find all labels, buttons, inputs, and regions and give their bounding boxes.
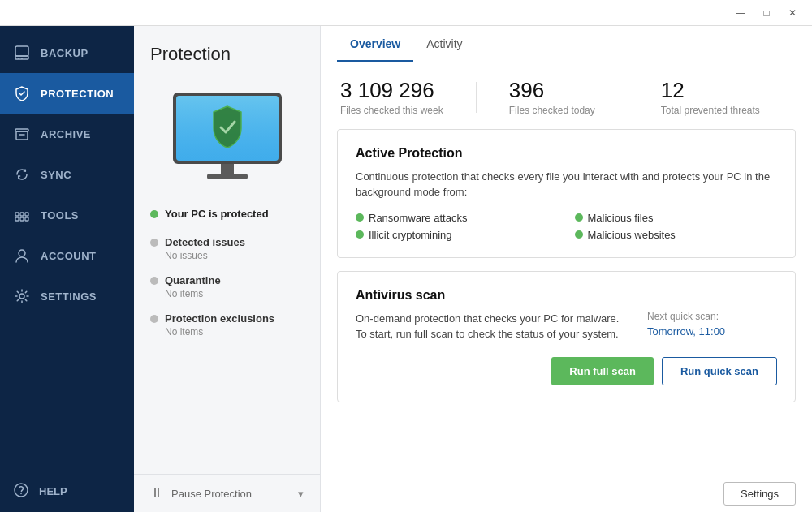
feature-dot-1	[356, 213, 364, 222]
sidebar-nav: BACKUP PROTECTION	[0, 26, 134, 471]
svg-rect-11	[20, 217, 24, 221]
bottom-bar: Settings	[321, 475, 812, 512]
sidebar-item-tools-label: TOOLS	[41, 209, 79, 222]
svg-rect-12	[25, 217, 28, 221]
account-icon	[13, 247, 31, 265]
status-section: Your PC is protected Detected issues No …	[134, 200, 320, 359]
exclusions-item: Protection exclusions No items	[150, 312, 304, 338]
detected-issues-item: Detected issues No issues	[150, 236, 304, 261]
svg-point-16	[20, 493, 22, 495]
main-content: Protection	[134, 26, 812, 512]
detected-issues-sub: No issues	[165, 250, 304, 261]
feature-dot-4	[575, 230, 583, 239]
right-panel: Overview Activity 3 109 296 Files checke…	[321, 26, 812, 512]
pause-icon: ⏸	[150, 486, 163, 501]
stat-today-label: Files checked today	[509, 105, 595, 116]
tab-activity[interactable]: Activity	[413, 26, 475, 62]
svg-point-13	[19, 250, 25, 256]
active-protection-desc: Continuous protection that checks every …	[356, 169, 777, 200]
maximize-button[interactable]: □	[754, 0, 780, 26]
minimize-button[interactable]: —	[728, 0, 754, 26]
tab-overview[interactable]: Overview	[337, 26, 413, 62]
svg-rect-5	[16, 131, 28, 140]
quarantine-label: Quarantine	[150, 274, 304, 286]
sidebar-item-account-label: ACCOUNT	[41, 250, 97, 262]
protected-dot	[150, 210, 158, 218]
sidebar-item-tools[interactable]: TOOLS	[0, 195, 134, 235]
av-scan-info: Next quick scan: Tomorrow, 11:00	[647, 311, 777, 338]
feature-malicious-websites: Malicious websites	[575, 229, 778, 241]
antivirus-scan-card: Antivirus scan On-demand protection that…	[337, 271, 796, 402]
protection-status: Your PC is protected	[150, 208, 304, 220]
sidebar-item-settings[interactable]: SETTINGS	[0, 276, 134, 316]
stat-divider-2	[628, 82, 628, 113]
sidebar: BACKUP PROTECTION	[0, 26, 134, 512]
run-full-scan-button[interactable]: Run full scan	[551, 357, 654, 385]
pause-protection-button[interactable]: ⏸ Pause Protection ▾	[134, 474, 320, 512]
detected-issues-label: Detected issues	[150, 236, 304, 248]
detected-issues-dot	[150, 239, 158, 247]
av-desc: On-demand protection that checks your PC…	[356, 311, 631, 342]
sidebar-item-archive[interactable]: ARCHIVE	[0, 114, 134, 154]
active-protection-card: Active Protection Continuous protection …	[337, 129, 796, 258]
left-panel: Protection	[134, 26, 321, 512]
app-body: BACKUP PROTECTION	[0, 26, 812, 512]
features-grid: Ransomware attacks Malicious files Illic…	[356, 212, 777, 241]
feature-cryptomining: Illicit cryptomining	[356, 229, 559, 241]
svg-rect-20	[221, 164, 234, 174]
title-bar: — □ ✕	[0, 0, 812, 26]
scan-buttons: Run full scan Run quick scan	[356, 357, 777, 385]
feature-malicious-files-label: Malicious files	[588, 212, 654, 224]
next-scan-time: Tomorrow, 11:00	[647, 325, 777, 338]
help-icon	[13, 482, 29, 501]
stat-today: 396 Files checked today	[509, 79, 595, 116]
feature-malicious-files: Malicious files	[575, 212, 778, 224]
feature-cryptomining-label: Illicit cryptomining	[369, 229, 452, 241]
sidebar-item-sync-label: SYNC	[41, 169, 71, 181]
sidebar-item-protection[interactable]: PROTECTION	[0, 73, 134, 114]
sidebar-help[interactable]: HELP	[0, 471, 134, 512]
svg-point-15	[15, 484, 28, 497]
sidebar-item-protection-label: PROTECTION	[41, 88, 114, 100]
exclusions-dot	[150, 315, 158, 323]
run-quick-scan-button[interactable]: Run quick scan	[662, 357, 777, 385]
stat-threats-value: 12	[661, 79, 760, 102]
svg-point-14	[19, 294, 24, 299]
sidebar-item-sync[interactable]: SYNC	[0, 154, 134, 195]
quarantine-dot	[150, 277, 158, 285]
av-card-body: On-demand protection that checks your PC…	[356, 311, 777, 342]
stat-threats: 12 Total prevented threats	[661, 79, 760, 116]
next-scan-label: Next quick scan:	[647, 311, 777, 322]
sidebar-item-account[interactable]: ACCOUNT	[0, 235, 134, 276]
quarantine-sub: No items	[165, 288, 304, 299]
sync-icon	[13, 166, 31, 183]
settings-button[interactable]: Settings	[723, 482, 796, 506]
sidebar-item-backup[interactable]: BACKUP	[0, 32, 134, 73]
monitor-area	[134, 78, 320, 200]
tabs-bar: Overview Activity	[321, 26, 812, 62]
feature-dot-2	[575, 213, 583, 222]
svg-rect-8	[20, 213, 24, 216]
stat-today-value: 396	[509, 79, 595, 102]
close-button[interactable]: ✕	[780, 0, 806, 26]
stat-divider-1	[476, 82, 477, 113]
svg-rect-10	[15, 217, 19, 221]
antivirus-scan-title: Antivirus scan	[356, 288, 777, 303]
stat-week-value: 3 109 296	[340, 79, 443, 102]
feature-malicious-websites-label: Malicious websites	[588, 229, 676, 241]
svg-rect-21	[207, 174, 248, 179]
sidebar-item-settings-label: SETTINGS	[41, 290, 97, 303]
stats-row: 3 109 296 Files checked this week 396 Fi…	[321, 62, 812, 129]
exclusions-label: Protection exclusions	[150, 312, 304, 325]
settings-nav-icon	[13, 287, 31, 305]
pause-chevron-icon: ▾	[298, 488, 304, 500]
stat-week-label: Files checked this week	[340, 105, 443, 116]
sidebar-item-archive-label: ARCHIVE	[41, 128, 91, 140]
feature-ransomware-label: Ransomware attacks	[369, 212, 467, 224]
svg-rect-9	[25, 213, 28, 216]
backup-icon	[13, 44, 31, 62]
shield-icon	[13, 84, 31, 102]
quarantine-item: Quarantine No items	[150, 274, 304, 299]
pause-protection-label: Pause Protection	[171, 488, 290, 500]
stat-threats-label: Total prevented threats	[661, 105, 760, 116]
